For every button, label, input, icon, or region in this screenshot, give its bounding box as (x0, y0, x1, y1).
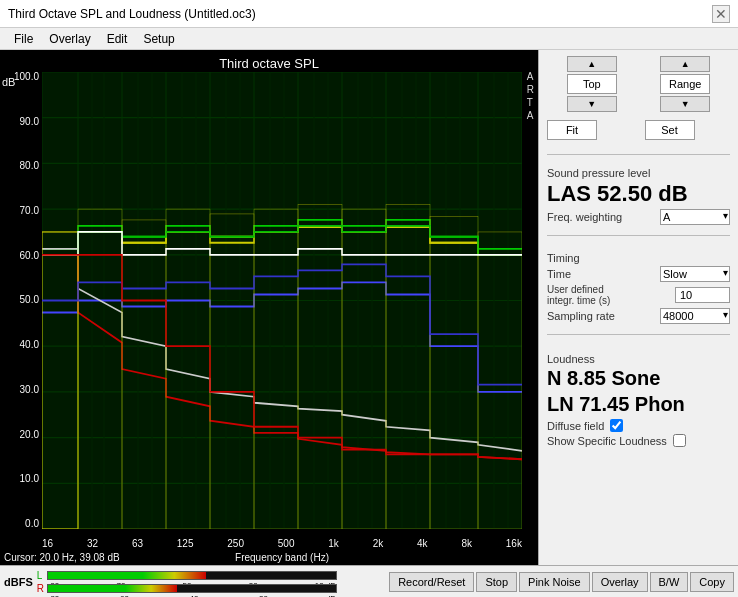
title-bar: Third Octave SPL and Loudness (Untitled.… (0, 0, 738, 28)
level-meters: L -90 -70 -50 -30 -10 dB R -80 -60 (37, 570, 385, 594)
y-label: 50.0 (20, 295, 39, 305)
tick-r-80: -80 (48, 594, 60, 598)
show-specific-row: Show Specific Loudness (547, 434, 730, 447)
y-label: 40.0 (20, 340, 39, 350)
x-label-63: 63 (132, 538, 143, 549)
dbfs-label: dBFS (4, 576, 33, 588)
menu-bar: File Overlay Edit Setup (0, 28, 738, 50)
menu-overlay[interactable]: Overlay (43, 31, 96, 47)
x-label-8k: 8k (461, 538, 472, 549)
close-button[interactable]: ✕ (712, 5, 730, 23)
time-select-wrapper: Slow Fast Impulse (660, 266, 730, 282)
spl-section-label: Sound pressure level (547, 167, 730, 179)
loudness-section: Loudness N 8.85 Sone LN 71.45 Phon Diffu… (547, 349, 730, 449)
range-control-group: ▲ Range ▼ (641, 56, 731, 112)
x-label-1k: 1k (328, 538, 339, 549)
x-label-16: 16 (42, 538, 53, 549)
time-label: Time (547, 268, 571, 280)
top-up-button[interactable]: ▲ (567, 56, 617, 72)
y-label: 80.0 (20, 161, 39, 171)
top-label-button[interactable]: Top (567, 74, 617, 94)
stop-button[interactable]: Stop (476, 572, 517, 592)
meter-r-label: R (37, 583, 45, 594)
x-label-2k: 2k (373, 538, 384, 549)
tick-r-60: -60 (117, 594, 129, 598)
loudness-section-label: Loudness (547, 353, 730, 365)
y-label: 20.0 (20, 430, 39, 440)
meter-row-r: R -80 -60 -40 -20 dB (37, 583, 385, 594)
x-label-250: 250 (227, 538, 244, 549)
time-row: Time Slow Fast Impulse (547, 266, 730, 282)
sampling-rate-label: Sampling rate (547, 310, 615, 322)
bw-button[interactable]: B/W (650, 572, 689, 592)
time-select[interactable]: Slow Fast Impulse (660, 266, 730, 282)
top-range-controls: ▲ Top ▼ ▲ Range ▼ (547, 56, 730, 112)
meter-fill-r (48, 585, 178, 592)
fit-set-controls: Fit Set (547, 120, 730, 140)
range-down-button[interactable]: ▼ (660, 96, 710, 112)
menu-setup[interactable]: Setup (137, 31, 180, 47)
timing-section-label: Timing (547, 252, 730, 264)
freq-weighting-select-wrapper: A B C Z (660, 209, 730, 225)
y-label: 60.0 (20, 251, 39, 261)
fit-button[interactable]: Fit (547, 120, 597, 140)
user-defined-input[interactable] (675, 287, 730, 303)
y-label: 30.0 (20, 385, 39, 395)
y-label: 70.0 (20, 206, 39, 216)
sampling-rate-row: Sampling rate 48000 44100 96000 (547, 308, 730, 324)
top-control-group: ▲ Top ▼ (547, 56, 637, 112)
freq-weighting-label: Freq. weighting (547, 211, 622, 223)
meter-ticks-r: -80 -60 -40 -20 dB (48, 594, 336, 598)
x-label-16k: 16k (506, 538, 522, 549)
tick-r-20: -20 (256, 594, 268, 598)
tick-r-40: -40 (187, 594, 199, 598)
meter-row-l: L -90 -70 -50 -30 -10 dB (37, 570, 385, 581)
spl-value: LAS 52.50 dB (547, 181, 730, 207)
menu-file[interactable]: File (8, 31, 39, 47)
loudness-n-value: N 8.85 Sone (547, 365, 730, 391)
diffuse-field-checkbox[interactable] (610, 419, 623, 432)
x-label-500: 500 (278, 538, 295, 549)
freq-weighting-select[interactable]: A B C Z (660, 209, 730, 225)
show-specific-checkbox[interactable] (673, 434, 686, 447)
meter-bar-r: -80 -60 -40 -20 dB (47, 584, 337, 593)
range-label-button[interactable]: Range (660, 74, 710, 94)
overlay-button[interactable]: Overlay (592, 572, 648, 592)
y-axis-title: dB (2, 76, 15, 88)
record-reset-button[interactable]: Record/Reset (389, 572, 474, 592)
chart-wrapper (42, 72, 522, 529)
y-label: 100.0 (14, 72, 39, 82)
x-label-4k: 4k (417, 538, 428, 549)
spl-section: Sound pressure level LAS 52.50 dB Freq. … (547, 163, 730, 227)
y-label: 10.0 (20, 474, 39, 484)
user-defined-row: User definedintegr. time (s) (547, 284, 730, 306)
copy-button[interactable]: Copy (690, 572, 734, 592)
meter-fill-l (48, 572, 206, 579)
pink-noise-button[interactable]: Pink Noise (519, 572, 590, 592)
meter-l-label: L (37, 570, 45, 581)
main-content: Third octave SPL ARTA 100.0 90.0 80.0 70… (0, 50, 738, 565)
right-panel: ▲ Top ▼ ▲ Range ▼ Fit Set Sound pressure… (538, 50, 738, 565)
chart-svg (42, 72, 522, 529)
diffuse-field-label: Diffuse field (547, 420, 604, 432)
y-axis: 100.0 90.0 80.0 70.0 60.0 50.0 40.0 30.0… (0, 72, 42, 529)
sampling-rate-select[interactable]: 48000 44100 96000 (660, 308, 730, 324)
diffuse-field-row: Diffuse field (547, 419, 730, 432)
bottom-area: dBFS L -90 -70 -50 -30 -10 dB R (0, 565, 738, 597)
chart-title: Third octave SPL (219, 56, 319, 71)
set-button[interactable]: Set (645, 120, 695, 140)
x-label-125: 125 (177, 538, 194, 549)
meter-bar-l: -90 -70 -50 -30 -10 dB (47, 571, 337, 580)
bottom-buttons: Record/Reset Stop Pink Noise Overlay B/W… (389, 572, 734, 592)
user-defined-label: User definedintegr. time (s) (547, 284, 610, 306)
window-title: Third Octave SPL and Loudness (Untitled.… (8, 7, 256, 21)
menu-edit[interactable]: Edit (101, 31, 134, 47)
top-down-button[interactable]: ▼ (567, 96, 617, 112)
y-label: 0.0 (25, 519, 39, 529)
freq-weighting-row: Freq. weighting A B C Z (547, 209, 730, 225)
show-specific-label: Show Specific Loudness (547, 435, 667, 447)
range-up-button[interactable]: ▲ (660, 56, 710, 72)
y-label: 90.0 (20, 117, 39, 127)
sampling-rate-select-wrapper: 48000 44100 96000 (660, 308, 730, 324)
timing-section: Timing Time Slow Fast Impulse User defin… (547, 248, 730, 326)
